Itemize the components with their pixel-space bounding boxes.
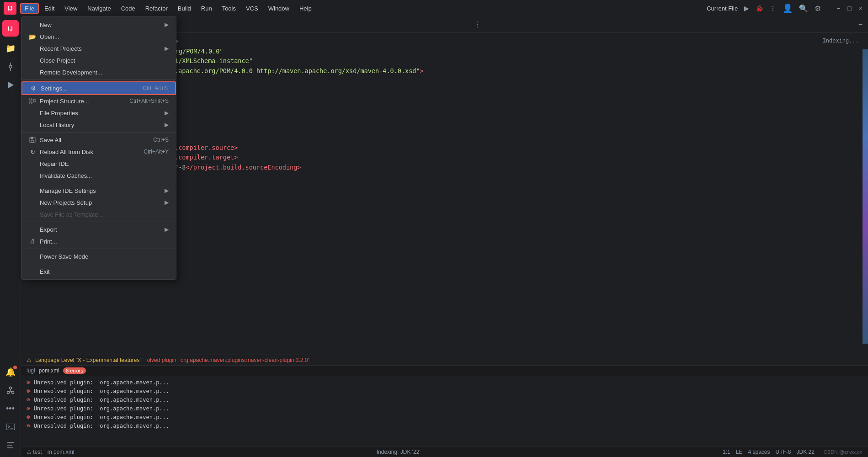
menu-vcs[interactable]: VCS	[241, 3, 263, 14]
more-icon[interactable]: ⋮	[770, 5, 776, 12]
maximize-button[interactable]: □	[846, 5, 853, 12]
svg-point-6	[11, 392, 14, 394]
error-row-5[interactable]: ⊗ Unresolved plugin: 'org.apache.maven.p…	[21, 413, 868, 421]
sidebar-icon-notifications[interactable]: 🔔	[2, 364, 19, 380]
error-count-badge: 8 errors	[63, 367, 86, 374]
menu-item-exit[interactable]: Exit	[21, 266, 176, 277]
menu-help[interactable]: Help	[295, 3, 316, 14]
pom-xml-label: pom.xml	[39, 367, 59, 374]
divider-3	[21, 183, 176, 183]
sidebar-icon-commit[interactable]	[2, 58, 19, 75]
manage-ide-icon	[29, 187, 36, 194]
divider-5	[21, 249, 176, 249]
menu-item-close[interactable]: Close Project	[21, 54, 176, 66]
search-icon[interactable]: 🔍	[799, 4, 808, 13]
menu-item-save-template: Save File as Template...	[21, 208, 176, 220]
menu-item-settings[interactable]: ⚙ Settings... Ctrl+Alt+S	[21, 81, 176, 95]
svg-line-19	[32, 102, 33, 103]
divider-6	[21, 264, 176, 264]
error-row-4[interactable]: ⊗ Unresolved plugin: 'org.apache.maven.p…	[21, 404, 868, 413]
menu-item-project-structure[interactable]: Project Structure... Ctrl+Alt+Shift+S	[21, 95, 176, 107]
error-icon-5: ⊗	[27, 414, 30, 420]
bottom-header: ⚠ Language Level "X - Experimental featu…	[21, 355, 868, 366]
invalidate-icon	[29, 172, 36, 179]
error-row-6[interactable]: ⊗ Unresolved plugin: 'org.apache.maven.p…	[21, 421, 868, 430]
svg-line-8	[8, 391, 11, 392]
app-logo: IJ	[4, 2, 16, 15]
tab-collapse-button[interactable]: −	[855, 21, 866, 29]
menu-item-open[interactable]: 📂 Open...	[21, 31, 176, 43]
warning-icon: ⚠	[27, 357, 32, 363]
divider-1	[21, 80, 176, 80]
error-row-1[interactable]: ⊗ Unresolved plugin: 'org.apache.maven.p…	[21, 378, 868, 387]
divider-2	[21, 132, 176, 133]
menu-view[interactable]: View	[60, 3, 82, 14]
file-dropdown-overlay: New ▶ 📂 Open... Recent Projects ▶ Close …	[21, 16, 176, 280]
jdk-version[interactable]: JDK 22	[797, 449, 815, 455]
menu-file[interactable]: File	[20, 3, 39, 14]
editor-scrollbar[interactable]	[863, 49, 868, 344]
sidebar-icon-run[interactable]	[2, 77, 19, 93]
current-file-label[interactable]: Current File	[707, 5, 738, 12]
menu-item-recent[interactable]: Recent Projects ▶	[21, 43, 176, 54]
error-row-2[interactable]: ⊗ Unresolved plugin: 'org.apache.maven.p…	[21, 387, 868, 395]
sidebar-icon-git[interactable]	[2, 382, 19, 399]
recent-icon	[29, 45, 36, 52]
menu-run[interactable]: Run	[197, 3, 217, 14]
copyright: CSDN @znwx.cn	[824, 449, 863, 455]
svg-line-9	[11, 391, 13, 392]
menu-item-invalidate[interactable]: Invalidate Caches...	[21, 170, 176, 181]
menu-code[interactable]: Code	[117, 3, 140, 14]
menu-refactor[interactable]: Refactor	[141, 3, 172, 14]
debug-icon[interactable]: 🐞	[756, 5, 763, 12]
menu-item-save-all[interactable]: Save All Ctrl+S	[21, 134, 176, 146]
close-button[interactable]: ×	[857, 5, 864, 12]
menu-item-local-history[interactable]: Local History ▶	[21, 119, 176, 131]
menu-item-power-save[interactable]: Power Save Mode	[21, 250, 176, 262]
error-icon-1: ⊗	[27, 379, 30, 386]
new-projects-icon	[29, 199, 36, 206]
sidebar-icon-more[interactable]: •••	[2, 400, 19, 417]
error-icon-3: ⊗	[27, 396, 30, 403]
settings-icon[interactable]: ⚙	[815, 4, 821, 13]
run-icon[interactable]: ▶	[744, 5, 749, 12]
profile-icon[interactable]: 👤	[783, 3, 793, 13]
menu-item-print[interactable]: 🖨 Print...	[21, 235, 176, 247]
svg-rect-17	[33, 100, 36, 102]
svg-point-4	[9, 387, 11, 389]
menu-item-reload[interactable]: ↻ Reload All from Disk Ctrl+Alt+Y	[21, 146, 176, 158]
cursor-position[interactable]: 1:1	[723, 449, 730, 455]
sidebar-icon-project[interactable]: 📁	[2, 40, 19, 57]
minimize-button[interactable]: −	[835, 5, 842, 12]
menu-navigate[interactable]: Navigate	[83, 3, 115, 14]
menu-item-file-properties[interactable]: File Properties ▶	[21, 107, 176, 119]
language-level-text: Language Level "X - Experimental feature…	[35, 357, 142, 363]
menu-build[interactable]: Build	[173, 3, 196, 14]
error-row-3[interactable]: ⊗ Unresolved plugin: 'org.apache.maven.p…	[21, 395, 868, 404]
divider-4	[21, 222, 176, 222]
tab-more-button[interactable]: ⋮	[470, 20, 485, 29]
svg-rect-22	[31, 140, 34, 142]
menu-bar: File Edit View Navigate Code Refactor Bu…	[20, 3, 707, 14]
indent-size[interactable]: 4 spaces	[748, 449, 770, 455]
line-ending[interactable]: LE	[736, 449, 743, 455]
error-text-5: Unresolved plugin: 'org.apache.maven.p..…	[34, 414, 169, 420]
menu-item-manage-ide[interactable]: Manage IDE Settings ▶	[21, 185, 176, 197]
error-text-6: Unresolved plugin: 'org.apache.maven.p..…	[34, 423, 169, 429]
menu-window[interactable]: Window	[264, 3, 294, 14]
menu-edit[interactable]: Edit	[40, 3, 59, 14]
menu-item-export[interactable]: Export ▶	[21, 223, 176, 235]
menu-item-repair[interactable]: Repair IDE	[21, 158, 176, 170]
svg-rect-16	[29, 102, 32, 104]
error-text-2: Unresolved plugin: 'org.apache.maven.p..…	[34, 388, 169, 394]
menu-item-new[interactable]: New ▶	[21, 19, 176, 31]
sidebar-icon-terminal[interactable]	[2, 419, 19, 435]
menu-item-remote[interactable]: Remote Development...	[21, 66, 176, 78]
test-label: ⚠ test	[27, 449, 42, 455]
error-icon-4: ⊗	[27, 405, 30, 412]
error-icon-6: ⊗	[27, 422, 30, 429]
encoding[interactable]: UTF-8	[776, 449, 791, 455]
menu-item-new-projects[interactable]: New Projects Setup ▶	[21, 197, 176, 208]
sidebar-icon-structure[interactable]	[2, 437, 19, 453]
menu-tools[interactable]: Tools	[218, 3, 240, 14]
